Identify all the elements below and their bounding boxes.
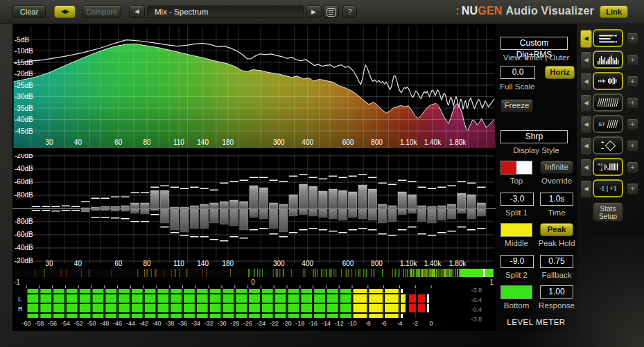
display-area: -5dB-10dB-15dB-20dB-25dB-30dB-35dB-40dB-… [12, 24, 496, 331]
module-3-add-button[interactable]: + [627, 75, 638, 87]
module-8-arrow-icon[interactable]: ◀ [580, 180, 592, 198]
svg-text:30: 30 [45, 139, 53, 146]
split2-label: Split 2 [496, 271, 537, 279]
svg-text:180: 180 [222, 139, 234, 146]
module-spectrogram-button[interactable] [593, 94, 623, 112]
module-7-add-button[interactable]: + [627, 161, 638, 173]
horiz-button[interactable]: Horiz [545, 66, 575, 79]
split2-value[interactable]: -9.0 [501, 255, 534, 268]
svg-text:110: 110 [173, 139, 184, 146]
svg-text:-38: -38 [165, 320, 174, 327]
module-6-arrow-icon[interactable]: ◀ [580, 137, 592, 155]
svg-text:40: 40 [74, 139, 82, 146]
module-2-add-button[interactable]: + [627, 54, 638, 66]
stats-setup-button[interactable]: StatsSetup [593, 202, 623, 222]
module-waveform-button[interactable] [593, 72, 623, 90]
svg-text:-50: -50 [87, 320, 96, 327]
svg-text:180: 180 [222, 260, 234, 267]
infinite-button[interactable]: Infinite [540, 161, 573, 174]
peak-button[interactable]: Peak [540, 223, 573, 236]
logo-nu: NU [462, 5, 478, 17]
svg-text:-1: -1 [14, 278, 20, 285]
module-8-add-button[interactable]: + [627, 183, 638, 195]
view-mode-box[interactable]: Custom Dig+RMS [501, 37, 568, 50]
svg-text:0: 0 [429, 320, 433, 327]
svg-text:1.80k: 1.80k [449, 139, 467, 146]
module-correlation-meter-button[interactable]: -1 | +1 [593, 179, 623, 197]
module-correlation-bands-button[interactable]: +1-1 [593, 158, 623, 176]
svg-text:-25dB: -25dB [15, 82, 33, 89]
ab-swap-icon[interactable]: ◀▶ [54, 6, 76, 18]
svg-text:-8: -8 [365, 320, 371, 327]
svg-text:600: 600 [342, 260, 354, 267]
svg-text:300: 300 [273, 260, 285, 267]
module-3-arrow-icon[interactable]: ◀ [580, 73, 592, 91]
svg-text:80: 80 [143, 139, 152, 146]
top-color-swatch[interactable] [501, 161, 532, 175]
svg-text:-22: -22 [270, 320, 279, 327]
svg-text:-40: -40 [152, 320, 161, 327]
split1-value[interactable]: -3.0 [501, 193, 534, 206]
module-6-add-button[interactable]: + [627, 140, 638, 152]
svg-text:-80dB: -80dB [15, 217, 33, 225]
band-level-display[interactable]: -20dB-40dB-60dB-80dB-20dB-40dB-60dB-80dB… [12, 154, 496, 285]
response-label: Response [534, 301, 580, 310]
preset-prev-icon[interactable]: ◀ [129, 6, 145, 18]
svg-text:1.80k: 1.80k [449, 260, 467, 267]
spectrum-analyzer-display[interactable]: -5dB-10dB-15dB-20dB-25dB-30dB-35dB-40dB-… [12, 24, 496, 154]
svg-text:-52: -52 [74, 320, 83, 327]
module-meter-lines-button[interactable] [593, 29, 623, 47]
module-5-arrow-icon[interactable]: ◀ [580, 116, 592, 134]
middle-color-swatch[interactable] [501, 223, 532, 237]
module-7-arrow-icon[interactable]: ◀ [580, 159, 592, 177]
view-sub-label: View: Inner | Outer [496, 53, 577, 62]
clear-button[interactable]: Clear [12, 6, 46, 18]
svg-text:-26: -26 [243, 320, 252, 327]
full-scale-value[interactable]: 0.0 [501, 66, 535, 79]
svg-text:-30: -30 [217, 320, 226, 327]
preset-dropdown[interactable]: Mix - Spectrum [147, 6, 304, 18]
svg-text:R: R [18, 305, 23, 312]
help-button[interactable]: ? [342, 6, 357, 18]
svg-text:-45dB: -45dB [15, 127, 33, 135]
response-value[interactable]: 1.00 [540, 285, 573, 299]
bottom-color-swatch[interactable] [501, 285, 532, 299]
svg-text:-60dB: -60dB [15, 231, 33, 238]
svg-text:1.40k: 1.40k [424, 139, 442, 146]
module-5-add-button[interactable]: + [627, 118, 638, 130]
module-vectorscope-button[interactable]: +− [593, 136, 623, 154]
svg-text:-80dB: -80dB [15, 191, 33, 199]
preset-next-icon[interactable]: ▶ [306, 6, 322, 18]
logo-gen: GEN [478, 5, 502, 17]
svg-text:-15dB: -15dB [15, 59, 33, 66]
display-style-box[interactable]: Shrp [501, 130, 568, 143]
svg-text:60: 60 [114, 260, 123, 267]
time-value[interactable]: 1.0s [540, 193, 573, 206]
svg-text:400: 400 [302, 260, 313, 267]
module-stereo-spectrogram-button[interactable]: ST [593, 115, 623, 133]
freeze-button[interactable]: Freeze [501, 99, 533, 112]
svg-text:-34: -34 [191, 320, 200, 327]
svg-text:-40dB: -40dB [15, 165, 33, 172]
level-meter-display[interactable]: LR-60-58-56-54-52-50-48-46-44-42-40-38-3… [12, 285, 496, 331]
svg-text:-32: -32 [204, 320, 214, 327]
module-2-arrow-icon[interactable]: ◀ [580, 51, 592, 69]
svg-text:-36: -36 [178, 320, 187, 327]
module-4-add-button[interactable]: + [627, 97, 638, 109]
nugen-audio-visualizer-window: Clear ◀▶ Compare ◀ Mix - Spectrum ▶ ? :N… [0, 0, 644, 347]
compare-button[interactable]: Compare [82, 6, 121, 18]
svg-text:-60: -60 [21, 320, 31, 327]
svg-text:-2: -2 [412, 320, 418, 327]
svg-text:-46: -46 [113, 320, 122, 327]
preset-menu-button[interactable] [323, 6, 339, 18]
svg-text:-35dB: -35dB [15, 105, 33, 112]
module-4-arrow-icon[interactable]: ◀ [580, 94, 592, 112]
svg-text:-3.8: -3.8 [471, 316, 482, 323]
svg-text:1.10k: 1.10k [400, 260, 417, 267]
svg-text:400: 400 [302, 139, 313, 146]
module-1-arrow-icon[interactable]: ◀ [580, 30, 592, 48]
fallback-value[interactable]: 0.75 [540, 255, 573, 268]
svg-text:40: 40 [74, 260, 82, 267]
module-spectrum-bars-button[interactable] [593, 51, 623, 69]
module-1-add-button[interactable]: + [627, 33, 638, 44]
